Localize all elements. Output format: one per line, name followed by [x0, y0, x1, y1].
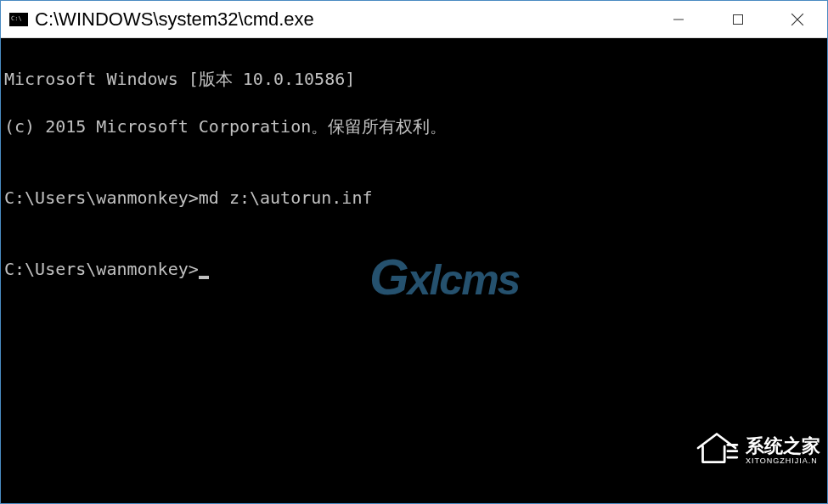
- watermark-text: 系统之家 XITONGZHIJIA.N: [746, 436, 820, 465]
- cursor: [199, 276, 209, 279]
- prompt-command: md z:\autorun.inf: [199, 188, 373, 208]
- watermark-main-text: 系统之家: [746, 436, 820, 456]
- terminal-area[interactable]: Microsoft Windows [版本 10.0.10586] (c) 20…: [1, 38, 827, 503]
- terminal-prompt-line: C:\Users\wanmonkey>md z:\autorun.inf: [4, 186, 824, 210]
- house-icon: [611, 406, 741, 496]
- window-controls: [649, 1, 827, 37]
- minimize-button[interactable]: [649, 1, 708, 37]
- terminal-prompt-line: C:\Users\wanmonkey>: [4, 257, 824, 281]
- close-button[interactable]: [768, 1, 827, 37]
- cmd-window: C:\ C:\WINDOWS\system32\cmd.exe Microsof…: [0, 0, 828, 504]
- watermark-sub-text: XITONGZHIJIA.N: [746, 457, 820, 466]
- window-title: C:\WINDOWS\system32\cmd.exe: [35, 8, 649, 31]
- titlebar[interactable]: C:\ C:\WINDOWS\system32\cmd.exe: [1, 1, 827, 38]
- terminal-output-line: (c) 2015 Microsoft Corporation。保留所有权利。: [4, 115, 824, 138]
- prompt-path: C:\Users\wanmonkey>: [4, 188, 199, 208]
- watermark-bottom-right: 系统之家 XITONGZHIJIA.N: [611, 406, 820, 496]
- maximize-button[interactable]: [708, 1, 768, 37]
- svg-rect-1: [734, 14, 743, 24]
- terminal-output-line: Microsoft Windows [版本 10.0.10586]: [4, 67, 824, 91]
- cmd-icon: C:\: [9, 13, 28, 26]
- prompt-path: C:\Users\wanmonkey>: [4, 259, 199, 279]
